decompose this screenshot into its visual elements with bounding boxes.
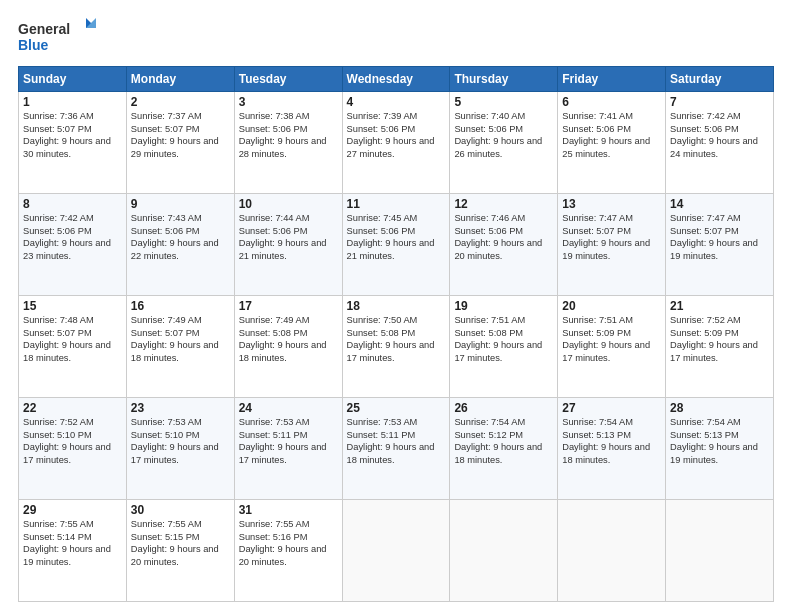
weekday-tuesday: Tuesday bbox=[234, 67, 342, 92]
day-cell: 10 Sunrise: 7:44 AM Sunset: 5:06 PM Dayl… bbox=[234, 194, 342, 296]
header: General Blue bbox=[18, 16, 774, 56]
weekday-sunday: Sunday bbox=[19, 67, 127, 92]
day-cell: 11 Sunrise: 7:45 AM Sunset: 5:06 PM Dayl… bbox=[342, 194, 450, 296]
day-content: Sunrise: 7:55 AM Sunset: 5:14 PM Dayligh… bbox=[23, 518, 122, 568]
day-content: Sunrise: 7:55 AM Sunset: 5:15 PM Dayligh… bbox=[131, 518, 230, 568]
day-number: 2 bbox=[131, 95, 230, 109]
weekday-thursday: Thursday bbox=[450, 67, 558, 92]
day-number: 17 bbox=[239, 299, 338, 313]
day-content: Sunrise: 7:53 AM Sunset: 5:10 PM Dayligh… bbox=[131, 416, 230, 466]
day-cell bbox=[666, 500, 774, 602]
day-content: Sunrise: 7:53 AM Sunset: 5:11 PM Dayligh… bbox=[347, 416, 446, 466]
day-cell: 15 Sunrise: 7:48 AM Sunset: 5:07 PM Dayl… bbox=[19, 296, 127, 398]
day-content: Sunrise: 7:51 AM Sunset: 5:09 PM Dayligh… bbox=[562, 314, 661, 364]
day-content: Sunrise: 7:54 AM Sunset: 5:13 PM Dayligh… bbox=[562, 416, 661, 466]
day-cell: 27 Sunrise: 7:54 AM Sunset: 5:13 PM Dayl… bbox=[558, 398, 666, 500]
week-row-3: 15 Sunrise: 7:48 AM Sunset: 5:07 PM Dayl… bbox=[19, 296, 774, 398]
day-cell: 13 Sunrise: 7:47 AM Sunset: 5:07 PM Dayl… bbox=[558, 194, 666, 296]
day-number: 4 bbox=[347, 95, 446, 109]
day-number: 7 bbox=[670, 95, 769, 109]
day-content: Sunrise: 7:39 AM Sunset: 5:06 PM Dayligh… bbox=[347, 110, 446, 160]
day-content: Sunrise: 7:54 AM Sunset: 5:12 PM Dayligh… bbox=[454, 416, 553, 466]
day-content: Sunrise: 7:38 AM Sunset: 5:06 PM Dayligh… bbox=[239, 110, 338, 160]
day-number: 15 bbox=[23, 299, 122, 313]
day-content: Sunrise: 7:43 AM Sunset: 5:06 PM Dayligh… bbox=[131, 212, 230, 262]
day-content: Sunrise: 7:40 AM Sunset: 5:06 PM Dayligh… bbox=[454, 110, 553, 160]
day-number: 16 bbox=[131, 299, 230, 313]
day-content: Sunrise: 7:50 AM Sunset: 5:08 PM Dayligh… bbox=[347, 314, 446, 364]
svg-text:Blue: Blue bbox=[18, 37, 49, 53]
day-content: Sunrise: 7:42 AM Sunset: 5:06 PM Dayligh… bbox=[23, 212, 122, 262]
day-number: 6 bbox=[562, 95, 661, 109]
day-content: Sunrise: 7:36 AM Sunset: 5:07 PM Dayligh… bbox=[23, 110, 122, 160]
day-cell: 6 Sunrise: 7:41 AM Sunset: 5:06 PM Dayli… bbox=[558, 92, 666, 194]
day-number: 20 bbox=[562, 299, 661, 313]
day-cell: 21 Sunrise: 7:52 AM Sunset: 5:09 PM Dayl… bbox=[666, 296, 774, 398]
weekday-wednesday: Wednesday bbox=[342, 67, 450, 92]
day-number: 11 bbox=[347, 197, 446, 211]
day-content: Sunrise: 7:44 AM Sunset: 5:06 PM Dayligh… bbox=[239, 212, 338, 262]
day-number: 12 bbox=[454, 197, 553, 211]
day-number: 14 bbox=[670, 197, 769, 211]
day-number: 19 bbox=[454, 299, 553, 313]
day-number: 29 bbox=[23, 503, 122, 517]
day-number: 21 bbox=[670, 299, 769, 313]
day-cell: 24 Sunrise: 7:53 AM Sunset: 5:11 PM Dayl… bbox=[234, 398, 342, 500]
day-cell: 22 Sunrise: 7:52 AM Sunset: 5:10 PM Dayl… bbox=[19, 398, 127, 500]
day-cell bbox=[342, 500, 450, 602]
day-content: Sunrise: 7:52 AM Sunset: 5:09 PM Dayligh… bbox=[670, 314, 769, 364]
day-cell: 29 Sunrise: 7:55 AM Sunset: 5:14 PM Dayl… bbox=[19, 500, 127, 602]
day-cell: 16 Sunrise: 7:49 AM Sunset: 5:07 PM Dayl… bbox=[126, 296, 234, 398]
day-number: 23 bbox=[131, 401, 230, 415]
day-content: Sunrise: 7:53 AM Sunset: 5:11 PM Dayligh… bbox=[239, 416, 338, 466]
day-cell: 30 Sunrise: 7:55 AM Sunset: 5:15 PM Dayl… bbox=[126, 500, 234, 602]
day-content: Sunrise: 7:49 AM Sunset: 5:07 PM Dayligh… bbox=[131, 314, 230, 364]
week-row-1: 1 Sunrise: 7:36 AM Sunset: 5:07 PM Dayli… bbox=[19, 92, 774, 194]
day-cell bbox=[450, 500, 558, 602]
svg-text:General: General bbox=[18, 21, 70, 37]
day-cell: 26 Sunrise: 7:54 AM Sunset: 5:12 PM Dayl… bbox=[450, 398, 558, 500]
day-number: 24 bbox=[239, 401, 338, 415]
week-row-5: 29 Sunrise: 7:55 AM Sunset: 5:14 PM Dayl… bbox=[19, 500, 774, 602]
page: General Blue SundayMondayTuesdayWednesda… bbox=[0, 0, 792, 612]
day-cell: 25 Sunrise: 7:53 AM Sunset: 5:11 PM Dayl… bbox=[342, 398, 450, 500]
logo-svg: General Blue bbox=[18, 16, 98, 56]
day-cell: 8 Sunrise: 7:42 AM Sunset: 5:06 PM Dayli… bbox=[19, 194, 127, 296]
day-number: 30 bbox=[131, 503, 230, 517]
day-number: 5 bbox=[454, 95, 553, 109]
day-cell bbox=[558, 500, 666, 602]
day-number: 10 bbox=[239, 197, 338, 211]
day-number: 8 bbox=[23, 197, 122, 211]
day-content: Sunrise: 7:52 AM Sunset: 5:10 PM Dayligh… bbox=[23, 416, 122, 466]
day-content: Sunrise: 7:45 AM Sunset: 5:06 PM Dayligh… bbox=[347, 212, 446, 262]
day-cell: 23 Sunrise: 7:53 AM Sunset: 5:10 PM Dayl… bbox=[126, 398, 234, 500]
day-content: Sunrise: 7:48 AM Sunset: 5:07 PM Dayligh… bbox=[23, 314, 122, 364]
day-number: 28 bbox=[670, 401, 769, 415]
weekday-header-row: SundayMondayTuesdayWednesdayThursdayFrid… bbox=[19, 67, 774, 92]
week-row-4: 22 Sunrise: 7:52 AM Sunset: 5:10 PM Dayl… bbox=[19, 398, 774, 500]
weekday-friday: Friday bbox=[558, 67, 666, 92]
day-number: 26 bbox=[454, 401, 553, 415]
day-cell: 4 Sunrise: 7:39 AM Sunset: 5:06 PM Dayli… bbox=[342, 92, 450, 194]
weekday-monday: Monday bbox=[126, 67, 234, 92]
day-cell: 3 Sunrise: 7:38 AM Sunset: 5:06 PM Dayli… bbox=[234, 92, 342, 194]
day-content: Sunrise: 7:42 AM Sunset: 5:06 PM Dayligh… bbox=[670, 110, 769, 160]
day-number: 1 bbox=[23, 95, 122, 109]
day-cell: 17 Sunrise: 7:49 AM Sunset: 5:08 PM Dayl… bbox=[234, 296, 342, 398]
weekday-saturday: Saturday bbox=[666, 67, 774, 92]
day-cell: 1 Sunrise: 7:36 AM Sunset: 5:07 PM Dayli… bbox=[19, 92, 127, 194]
day-cell: 31 Sunrise: 7:55 AM Sunset: 5:16 PM Dayl… bbox=[234, 500, 342, 602]
day-number: 13 bbox=[562, 197, 661, 211]
day-cell: 28 Sunrise: 7:54 AM Sunset: 5:13 PM Dayl… bbox=[666, 398, 774, 500]
day-content: Sunrise: 7:46 AM Sunset: 5:06 PM Dayligh… bbox=[454, 212, 553, 262]
day-content: Sunrise: 7:51 AM Sunset: 5:08 PM Dayligh… bbox=[454, 314, 553, 364]
day-content: Sunrise: 7:54 AM Sunset: 5:13 PM Dayligh… bbox=[670, 416, 769, 466]
day-number: 31 bbox=[239, 503, 338, 517]
day-cell: 20 Sunrise: 7:51 AM Sunset: 5:09 PM Dayl… bbox=[558, 296, 666, 398]
day-cell: 14 Sunrise: 7:47 AM Sunset: 5:07 PM Dayl… bbox=[666, 194, 774, 296]
day-cell: 9 Sunrise: 7:43 AM Sunset: 5:06 PM Dayli… bbox=[126, 194, 234, 296]
day-number: 27 bbox=[562, 401, 661, 415]
day-number: 9 bbox=[131, 197, 230, 211]
day-content: Sunrise: 7:49 AM Sunset: 5:08 PM Dayligh… bbox=[239, 314, 338, 364]
day-number: 18 bbox=[347, 299, 446, 313]
